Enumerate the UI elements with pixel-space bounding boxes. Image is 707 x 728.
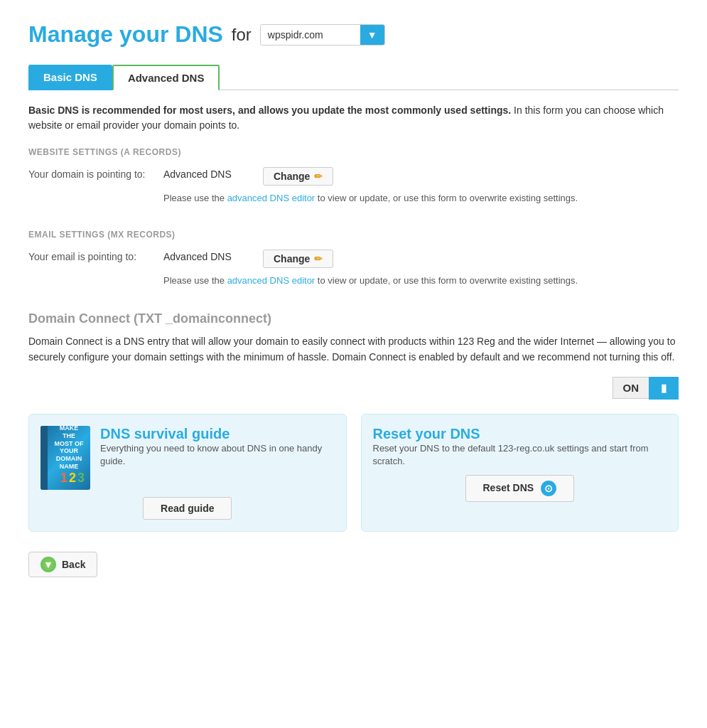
- reset-dns-text: Reset your DNS Reset your DNS to the def…: [373, 426, 667, 468]
- website-advanced-dns-link[interactable]: advanced DNS editor: [227, 193, 315, 203]
- intro-bold: Basic DNS is recommended for most users,…: [28, 105, 511, 116]
- email-section-header: EMAIL SETTINGS (MX RECORDS): [28, 230, 679, 240]
- dns-guide-card-inner: HOW TO MAKE THE MOST OF YOUR DOMAIN NAME…: [41, 426, 335, 490]
- chevron-down-icon: ▼: [367, 29, 377, 41]
- domain-dropdown-btn[interactable]: ▼: [360, 25, 384, 45]
- pencil-icon-email: ✏: [314, 253, 323, 264]
- domain-selector[interactable]: wpspidr.com ▼: [260, 24, 385, 46]
- website-help-text: Please use the advanced DNS editor to vi…: [163, 191, 679, 205]
- website-settings-row: Your domain is pointing to: Advanced DNS…: [28, 167, 679, 186]
- reset-dns-card: Reset your DNS Reset your DNS to the def…: [361, 414, 679, 532]
- reset-dns-btn-row: Reset DNS ⊙: [373, 475, 667, 502]
- domain-connect-section: Domain Connect (TXT _domainconnect) Doma…: [28, 311, 679, 400]
- number-2: 2: [69, 471, 76, 486]
- page-title: Manage your DNS: [28, 21, 223, 48]
- dns-guide-book-icon: HOW TO MAKE THE MOST OF YOUR DOMAIN NAME…: [41, 426, 90, 490]
- dns-guide-text: DNS survival guide Everything you need t…: [100, 426, 335, 468]
- page-header: Manage your DNS for wpspidr.com ▼: [28, 21, 679, 48]
- reset-dns-desc: Reset your DNS to the default 123-reg.co…: [373, 442, 667, 468]
- domain-connect-toggle-wrapper: ON ▮: [28, 377, 679, 400]
- website-settings-section: WEBSITE SETTINGS (A RECORDS) Your domain…: [28, 147, 679, 213]
- number-1: 1: [60, 471, 68, 486]
- reset-icon: ⊙: [541, 481, 556, 496]
- reset-dns-button[interactable]: Reset DNS ⊙: [465, 475, 574, 502]
- email-settings-row: Your email is pointing to: Advanced DNS …: [28, 250, 679, 268]
- toggle-on-button[interactable]: ▮: [649, 377, 679, 400]
- toggle-indicator: ▮: [661, 382, 666, 394]
- back-button[interactable]: ▼ Back: [28, 552, 97, 577]
- cards-row: HOW TO MAKE THE MOST OF YOUR DOMAIN NAME…: [28, 414, 679, 532]
- toggle-on-label: ON: [612, 377, 649, 399]
- email-advanced-dns-link[interactable]: advanced DNS editor: [227, 275, 315, 286]
- reset-dns-title: Reset your DNS: [373, 426, 667, 442]
- domain-select-value: wpspidr.com: [261, 25, 360, 45]
- website-pointing-value: Advanced DNS: [163, 167, 249, 180]
- email-settings-section: EMAIL SETTINGS (MX RECORDS) Your email i…: [28, 230, 679, 295]
- website-change-button[interactable]: Change ✏: [263, 167, 333, 186]
- back-arrow-icon: ▼: [41, 557, 56, 572]
- tab-advanced-dns[interactable]: Advanced DNS: [112, 65, 220, 90]
- dns-guide-card: HOW TO MAKE THE MOST OF YOUR DOMAIN NAME…: [28, 414, 347, 532]
- tab-bar: Basic DNS Advanced DNS: [28, 65, 679, 90]
- email-pointing-label: Your email is pointing to:: [28, 250, 163, 262]
- for-label: for: [232, 25, 252, 45]
- email-change-button[interactable]: Change ✏: [263, 250, 333, 268]
- tab-basic-dns[interactable]: Basic DNS: [28, 65, 112, 90]
- email-pointing-value: Advanced DNS: [163, 250, 249, 262]
- domain-connect-title: Domain Connect (TXT _domainconnect): [28, 311, 679, 326]
- dns-guide-btn-row: Read guide: [41, 497, 335, 520]
- number-3: 3: [77, 471, 85, 486]
- dns-guide-desc: Everything you need to know about DNS in…: [100, 442, 335, 468]
- email-help-text: Please use the advanced DNS editor to vi…: [163, 274, 679, 288]
- dns-guide-title: DNS survival guide: [100, 426, 335, 442]
- pencil-icon: ✏: [314, 171, 323, 182]
- website-section-header: WEBSITE SETTINGS (A RECORDS): [28, 147, 679, 157]
- domain-connect-desc: Domain Connect is a DNS entry that will …: [28, 333, 679, 365]
- website-pointing-label: Your domain is pointing to:: [28, 167, 163, 180]
- read-guide-button[interactable]: Read guide: [143, 497, 232, 520]
- intro-text: Basic DNS is recommended for most users,…: [28, 103, 679, 133]
